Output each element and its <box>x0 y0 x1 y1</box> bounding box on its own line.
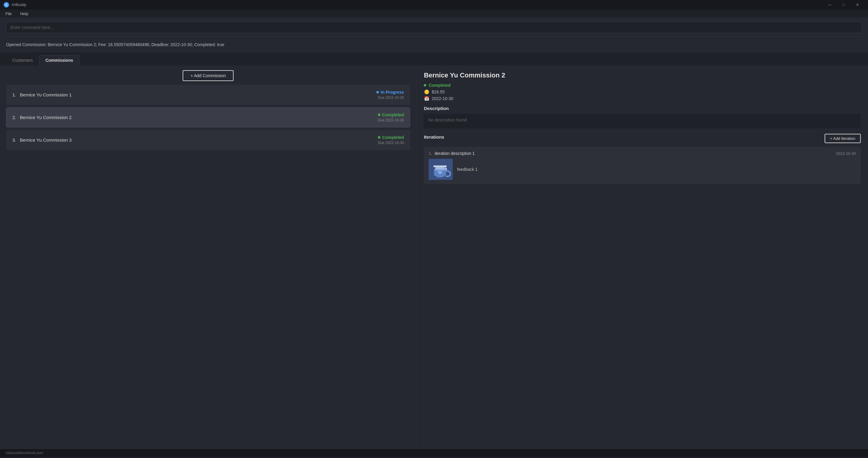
minimize-button[interactable]: — <box>823 0 837 10</box>
svg-point-11 <box>439 171 440 172</box>
status-label-1: In Progress <box>376 90 404 95</box>
app-title: ArtBuddy <box>11 3 26 7</box>
commission-name-1: 1. Bernice Yu Commission 1 <box>12 92 72 97</box>
detail-status-dot <box>424 84 426 87</box>
description-placeholder: No description found <box>428 118 467 122</box>
status-dot-3 <box>378 136 380 139</box>
commission-status-2: Completed Due 2022-10-30 <box>378 112 404 122</box>
command-bar <box>0 18 868 37</box>
iteration-name-1: 1. iteration description 1 <box>429 151 475 156</box>
detail-title: Bernice Yu Commission 2 <box>424 71 861 79</box>
detail-meta: Completed 🪙 $16.55 📅 2022-10-30 <box>424 83 861 101</box>
calendar-icon: 📅 <box>424 96 429 101</box>
iteration-thumbnail-1[interactable] <box>429 159 453 180</box>
tabs-area: Customers Commissions <box>0 52 868 65</box>
svg-point-12 <box>441 171 441 172</box>
iteration-feedback-area-1: feedback 1 <box>429 159 856 180</box>
title-bar-left: A ArtBuddy <box>4 2 26 7</box>
commission-list: 1. Bernice Yu Commission 1 In Progress D… <box>6 85 410 150</box>
due-date-3: Due 2022-10-30 <box>378 141 404 145</box>
left-panel: + Add Commission 1. Bernice Yu Commissio… <box>0 65 416 449</box>
tab-customers[interactable]: Customers <box>6 55 39 65</box>
tab-commissions[interactable]: Commissions <box>39 55 80 65</box>
footer: .\data\addressbook.json <box>0 449 868 457</box>
menu-file[interactable]: File <box>4 11 13 17</box>
iteration-item-1: 1. iteration description 1 2022-10-30 <box>424 147 861 184</box>
meta-deadline-row: 📅 2022-10-30 <box>424 96 861 101</box>
commission-item-1[interactable]: 1. Bernice Yu Commission 1 In Progress D… <box>6 85 410 105</box>
footer-path: .\data\addressbook.json <box>5 451 43 455</box>
menu-help[interactable]: Help <box>19 11 30 17</box>
commission-status-3: Completed Due 2022-10-30 <box>378 135 404 145</box>
status-dot-2 <box>378 113 380 116</box>
description-section-title: Description <box>424 106 861 111</box>
close-button[interactable]: ✕ <box>850 0 864 10</box>
detail-status: Completed <box>429 83 450 88</box>
iterations-section-title: Iterations <box>424 134 444 139</box>
due-date-1: Due 2022-10-30 <box>376 96 404 100</box>
maximize-button[interactable]: □ <box>837 0 850 10</box>
detail-deadline: 2022-10-30 <box>432 96 453 101</box>
commission-name-2: 2. Bernice Yu Commission 2 <box>12 115 72 120</box>
add-commission-button[interactable]: + Add Commission <box>183 70 234 81</box>
app-logo: A <box>4 2 9 7</box>
svg-point-7 <box>445 168 447 170</box>
commission-item-2[interactable]: 2. Bernice Yu Commission 2 Completed Due… <box>6 107 410 127</box>
commission-status-1: In Progress Due 2022-10-30 <box>376 90 404 100</box>
description-box: No description found <box>424 114 861 128</box>
iterations-header: Iterations + Add Iteration <box>424 134 861 143</box>
right-panel: Bernice Yu Commission 2 Completed 🪙 $16.… <box>416 65 868 449</box>
status-label-2: Completed <box>378 112 404 117</box>
window-controls: — □ ✕ <box>823 0 864 10</box>
status-dot-1 <box>376 91 379 93</box>
iteration-feedback-text-1: feedback 1 <box>457 167 478 172</box>
command-input[interactable] <box>6 22 862 33</box>
iteration-date-1: 2022-10-30 <box>836 151 856 156</box>
menu-bar: File Help <box>0 10 868 18</box>
status-label-3: Completed <box>378 135 404 140</box>
money-icon: 🪙 <box>424 90 429 94</box>
status-bar: Opened Commission: Bernice Yu Commission… <box>0 37 868 52</box>
title-bar: A ArtBuddy — □ ✕ <box>0 0 868 10</box>
iteration-header-row-1: 1. iteration description 1 2022-10-30 <box>429 151 856 156</box>
meta-fee-row: 🪙 $16.55 <box>424 90 861 94</box>
commission-item-3[interactable]: 3. Bernice Yu Commission 3 Completed Due… <box>6 130 410 150</box>
status-text: Opened Commission: Bernice Yu Commission… <box>6 42 224 47</box>
main-content: + Add Commission 1. Bernice Yu Commissio… <box>0 65 868 449</box>
due-date-2: Due 2022-10-30 <box>378 118 404 122</box>
meta-status-row: Completed <box>424 83 861 88</box>
commission-name-3: 3. Bernice Yu Commission 3 <box>12 137 72 142</box>
add-iteration-button[interactable]: + Add Iteration <box>825 134 861 143</box>
detail-fee: $16.55 <box>432 90 444 94</box>
svg-rect-4 <box>435 167 445 170</box>
